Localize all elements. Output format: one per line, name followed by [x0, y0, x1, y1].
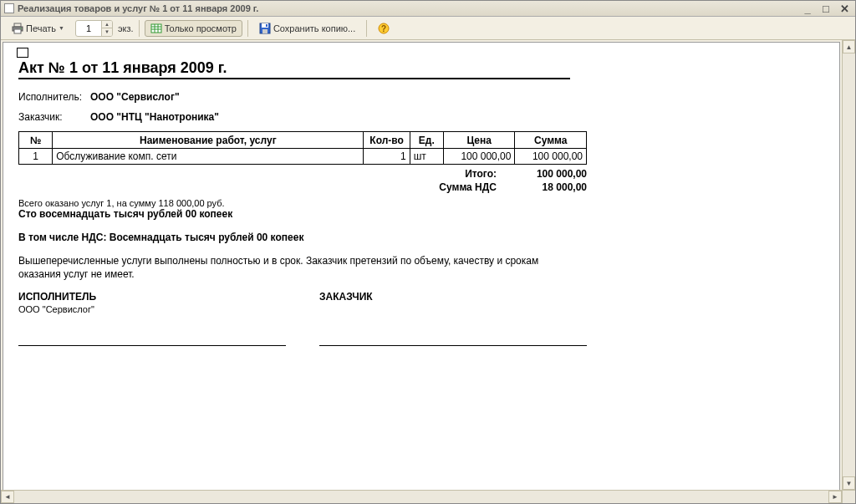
customer-sig-line: [319, 316, 587, 346]
preview-only-button[interactable]: Только просмотр: [145, 20, 242, 37]
customer-sig-title: ЗАКАЗЧИК: [319, 291, 587, 303]
cell-sum: 100 000,00: [515, 149, 587, 165]
separator: [247, 20, 248, 37]
horizontal-scrollbar[interactable]: ◄ ►: [1, 491, 842, 503]
summary-line: Всего оказано услуг 1, на сумму 118 000,…: [18, 198, 824, 208]
document-page: Акт № 1 от 11 января 2009 г. Исполнитель…: [3, 42, 840, 490]
scroll-track[interactable]: [843, 53, 855, 476]
vertical-scrollbar[interactable]: ▲ ▼: [842, 40, 855, 490]
executor-signature: ИСПОЛНИТЕЛЬ ООО "Сервислог": [18, 291, 286, 346]
separator: [366, 20, 367, 37]
customer-row: Заказчик: ООО "НТЦ "Нанотроника": [18, 111, 824, 123]
window-icon: [4, 3, 14, 13]
bottom-bar: ◄ ►: [1, 490, 855, 503]
close-button[interactable]: ✕: [837, 2, 852, 15]
cell-price: 100 000,00: [443, 149, 515, 165]
preview-label: Только просмотр: [165, 23, 237, 33]
executor-sig-title: ИСПОЛНИТЕЛЬ: [18, 291, 286, 303]
header-sum: Сумма: [515, 132, 587, 149]
executor-row: Исполнитель: ООО "Сервислог": [18, 91, 824, 103]
svg-rect-4: [151, 24, 161, 33]
chevron-down-icon: ▼: [59, 25, 64, 31]
header-num: №: [19, 132, 53, 149]
document-viewport[interactable]: Акт № 1 от 11 января 2009 г. Исполнитель…: [1, 40, 842, 490]
titlebar: Реализация товаров и услуг № 1 от 11 янв…: [1, 1, 855, 17]
svg-rect-12: [266, 24, 268, 27]
amount-words: Сто восемнадцать тысяч рублей 00 копеек: [18, 208, 824, 220]
table-icon: [150, 23, 162, 34]
total-value: 100 000,00: [512, 168, 587, 180]
header-price: Цена: [443, 132, 515, 149]
signatures-block: ИСПОЛНИТЕЛЬ ООО "Сервислог" ЗАКАЗЧИК: [18, 291, 587, 346]
svg-rect-0: [14, 23, 21, 27]
scroll-right-button[interactable]: ►: [828, 491, 842, 503]
header-name: Наименование работ, услуг: [53, 132, 364, 149]
customer-label: Заказчик:: [18, 111, 90, 123]
scroll-down-button[interactable]: ▼: [843, 476, 855, 490]
customer-sig-company: [319, 304, 587, 314]
disclaimer: Вышеперечисленные услуги выполнены полно…: [18, 255, 570, 281]
svg-text:?: ?: [381, 24, 386, 33]
copies-up[interactable]: ▲: [102, 21, 112, 28]
cell-num: 1: [19, 149, 53, 165]
executor-label: Исполнитель:: [18, 91, 90, 103]
executor-value: ООО "Сервислог": [90, 91, 180, 103]
customer-signature: ЗАКАЗЧИК: [319, 291, 587, 346]
vat-label: Сумма НДС: [439, 181, 497, 193]
print-button[interactable]: Печать ▼: [6, 20, 70, 37]
cell-qty: 1: [364, 149, 410, 165]
content-area: Акт № 1 от 11 января 2009 г. Исполнитель…: [1, 40, 855, 490]
customer-value: ООО "НТЦ "Нанотроника": [90, 111, 219, 123]
maximize-button[interactable]: □: [818, 2, 833, 15]
vat-words: В том числе НДС: Восемнадцать тысяч рубл…: [18, 232, 824, 243]
separator: [139, 20, 140, 37]
save-copy-label: Сохранить копию...: [273, 23, 355, 33]
svg-rect-2: [14, 29, 21, 33]
document-title: Акт № 1 от 11 января 2009 г.: [18, 59, 570, 79]
header-unit: Ед.: [410, 132, 443, 149]
copies-input[interactable]: [76, 23, 101, 33]
minimize-button[interactable]: _: [800, 2, 815, 15]
vat-row: Сумма НДС 18 000,00: [18, 181, 587, 193]
window-title: Реализация товаров и услуг № 1 от 11 янв…: [18, 3, 800, 13]
cell-unit: шт: [410, 149, 443, 165]
copies-suffix: экз.: [118, 23, 134, 33]
scroll-track[interactable]: [14, 491, 828, 503]
total-row: Итого: 100 000,00: [18, 168, 587, 180]
print-preview-window: Реализация товаров и услуг № 1 от 11 янв…: [0, 0, 856, 504]
scroll-up-button[interactable]: ▲: [843, 40, 855, 53]
services-table: № Наименование работ, услуг Кол-во Ед. Ц…: [18, 131, 587, 165]
scroll-corner: [842, 491, 855, 503]
vat-value: 18 000,00: [512, 181, 587, 193]
printer-icon: [12, 23, 23, 34]
scroll-left-button[interactable]: ◄: [1, 491, 14, 503]
help-icon: ?: [378, 23, 390, 34]
window-controls: _ □ ✕: [800, 2, 852, 15]
copies-down[interactable]: ▼: [102, 28, 112, 36]
toolbar: Печать ▼ ▲ ▼ экз. Только просмотр Сохран…: [1, 17, 855, 40]
print-label: Печать: [26, 23, 56, 33]
selection-handle[interactable]: [17, 48, 28, 58]
help-button[interactable]: ?: [372, 20, 395, 37]
svg-rect-11: [262, 29, 268, 33]
executor-sig-line: [18, 316, 286, 346]
table-row: 1 Обслуживание комп. сети 1 шт 100 000,0…: [19, 149, 587, 165]
header-qty: Кол-во: [364, 132, 410, 149]
save-icon: [259, 23, 271, 34]
table-header-row: № Наименование работ, услуг Кол-во Ед. Ц…: [19, 132, 587, 149]
copies-spinner[interactable]: ▲ ▼: [75, 20, 113, 37]
totals-block: Итого: 100 000,00 Сумма НДС 18 000,00: [18, 168, 587, 193]
cell-name: Обслуживание комп. сети: [53, 149, 364, 165]
svg-point-3: [20, 28, 22, 29]
save-copy-button[interactable]: Сохранить копию...: [253, 20, 361, 37]
total-label: Итого:: [465, 168, 497, 180]
executor-sig-company: ООО "Сервислог": [18, 304, 286, 314]
